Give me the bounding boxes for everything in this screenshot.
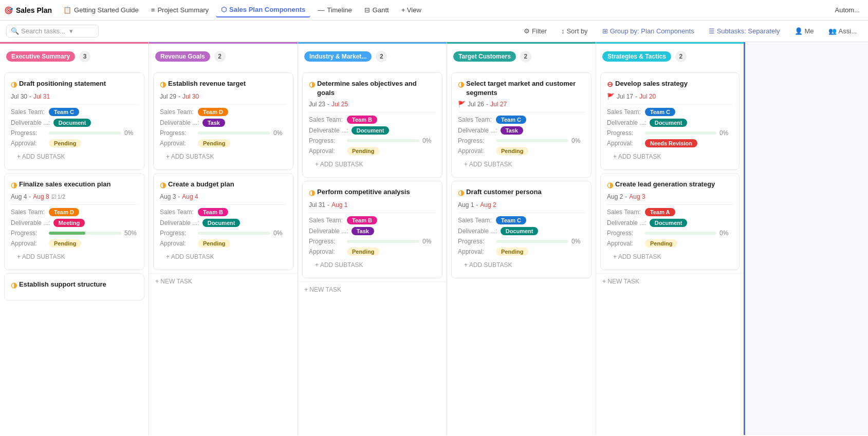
team-chip: Team C (49, 108, 79, 116)
new-task-button[interactable]: + NEW TASK (298, 281, 447, 297)
column-target-customers: Target Customers 2 ◑ Select target marke… (447, 42, 596, 435)
progress-row: Progress: 0% (309, 137, 436, 144)
column-header-revenue-goals: Revenue Goals 2 (149, 42, 298, 67)
field-sales-team: Sales Team: Team C (11, 108, 138, 116)
progress-bar (496, 240, 568, 243)
field-approval: Approval: Pending (458, 147, 585, 155)
add-subtask-button[interactable]: + ADD SUBTASK (458, 158, 585, 171)
column-header-target: Target Customers 2 (447, 42, 596, 67)
team-chip: Team C (496, 216, 526, 224)
column-body: ◑ Select target market and customer segm… (447, 67, 596, 435)
deliverable-chip: Document (53, 119, 91, 127)
card-select-target-market[interactable]: ◑ Select target market and customer segm… (451, 72, 592, 178)
progress-row: Progress: 0% (458, 238, 585, 245)
autom-button[interactable]: Autom... (831, 4, 864, 16)
card-determine-objectives[interactable]: ◑ Determine sales objectives and goals J… (302, 72, 442, 178)
add-subtask-button[interactable]: + ADD SUBTASK (607, 150, 733, 163)
column-badge: Executive Summary (6, 51, 75, 62)
field-deliverable: Deliverable ...: Task (160, 119, 287, 127)
add-subtask-button[interactable]: + ADD SUBTASK (11, 150, 138, 163)
card-lead-generation[interactable]: ◑ Create lead generation strategy Aug 2 … (600, 173, 740, 271)
group-by-button[interactable]: ⊞ Group by: Plan Components (597, 25, 699, 37)
progress-bar (49, 232, 121, 235)
deliverable-chip: Task (352, 227, 374, 235)
column-industry-market: Industry & Market... 2 ◑ Determine sales… (298, 42, 447, 435)
card-create-budget[interactable]: ◑ Create a budget plan Aug 3 - Aug 4 Sal… (153, 173, 293, 271)
field-approval: Approval: Pending (160, 239, 287, 248)
add-subtask-button[interactable]: + ADD SUBTASK (458, 258, 585, 272)
progress-bar (347, 240, 419, 243)
field-deliverable: Deliverable ...: Meeting (11, 219, 138, 227)
deliverable-chip: Document (202, 219, 241, 227)
team-chip: Team D (49, 208, 79, 216)
field-approval: Approval: Pending (309, 147, 436, 155)
field-sales-team: Sales Team: Team C (458, 116, 585, 124)
card-establish-support[interactable]: ◑ Establish support structure (4, 273, 144, 300)
progress-bar (198, 131, 270, 135)
column-badge: Industry & Market... (304, 51, 372, 62)
column-count: 2 (675, 51, 687, 62)
card-draft-customer-persona[interactable]: ◑ Draft customer persona Aug 1 - Aug 2 S… (451, 181, 592, 278)
progress-row: Progress: 0% (607, 230, 733, 237)
card-finalize-sales[interactable]: ◑ Finalize sales execution plan Aug 4 - … (4, 173, 144, 271)
tab-view-add[interactable]: + View (396, 3, 427, 17)
card-establish-revenue[interactable]: ◑ Establish revenue target Jul 29 - Jul … (153, 72, 293, 170)
card-competitive-analysis[interactable]: ◑ Perform competitive analysis Jul 31 - … (302, 181, 442, 278)
tab-icon: ⊟ (364, 6, 370, 14)
assignee-button[interactable]: 👥 Assi... (823, 25, 862, 37)
status-icon: ◑ (11, 80, 17, 90)
date-row: 🚩 Jul 26 - Jul 27 (458, 101, 585, 108)
tab-sales-plan-components[interactable]: ⬡ Sales Plan Components (216, 3, 310, 17)
tab-gantt[interactable]: ⊟ Gantt (359, 3, 394, 17)
add-subtask-button[interactable]: + ADD SUBTASK (11, 250, 138, 263)
add-subtask-button[interactable]: + ADD SUBTASK (160, 150, 287, 163)
new-task-button[interactable]: + NEW TASK (149, 273, 298, 289)
column-badge: Strategies & Tactics (602, 51, 671, 62)
search-box[interactable]: 🔍 Search tasks... ▾ (6, 25, 99, 37)
filter-icon: ⚙ (524, 27, 530, 35)
logo-icon: 🎯 (4, 6, 13, 14)
filter-button[interactable]: ⚙ Filter (519, 25, 552, 37)
field-sales-team: Sales Team: Team B (160, 208, 287, 216)
column-count: 2 (214, 51, 226, 62)
subtasks-button[interactable]: ☰ Subtasks: Separately (704, 25, 785, 37)
add-subtask-button[interactable]: + ADD SUBTASK (309, 258, 436, 272)
add-subtask-button[interactable]: + ADD SUBTASK (607, 250, 733, 263)
deliverable-chip: Task (202, 119, 225, 127)
field-sales-team: Sales Team: Team D (160, 108, 287, 116)
field-deliverable: Deliverable ...: Document (160, 219, 287, 227)
progress-row: Progress: 0% (160, 230, 287, 237)
deliverable-chip: Document (352, 126, 390, 135)
date-row: 🚩 Jul 17 - Jul 20 (607, 93, 733, 100)
tab-icon: ≡ (151, 6, 155, 14)
progress-bar (496, 139, 568, 142)
status-icon: ◑ (458, 188, 464, 198)
status-icon: ◑ (607, 180, 613, 191)
column-body: ◑ Establish revenue target Jul 29 - Jul … (149, 67, 298, 435)
field-deliverable: Deliverable ...: Document (458, 227, 585, 235)
field-approval: Approval: Pending (607, 239, 733, 248)
card-develop-sales-strategy[interactable]: ⊖ Develop sales strategy 🚩 Jul 17 - Jul … (600, 72, 740, 170)
team-chip: Team C (645, 108, 675, 116)
field-deliverable: Deliverable ...: Task (309, 227, 436, 235)
add-subtask-button[interactable]: + ADD SUBTASK (160, 250, 287, 263)
sort-button[interactable]: ↕ Sort by (556, 25, 593, 37)
me-button[interactable]: 👤 Me (789, 25, 819, 37)
group-icon: ⊞ (602, 27, 608, 35)
field-sales-team: Sales Team: Team A (607, 208, 733, 216)
approval-chip: Pending (347, 147, 379, 155)
progress-bar (198, 232, 270, 235)
new-task-button[interactable]: + NEW TASK (596, 273, 744, 289)
tab-project-summary[interactable]: ≡ Project Summary (146, 3, 214, 17)
progress-fill (49, 232, 85, 235)
add-subtask-button[interactable]: + ADD SUBTASK (309, 158, 436, 171)
tab-getting-started[interactable]: 📋 Getting Started Guide (58, 3, 144, 17)
card-draft-positioning[interactable]: ◑ Draft positioning statement Jul 30 - J… (4, 72, 144, 170)
date-row: Jul 29 - Jul 30 (160, 93, 287, 100)
approval-chip: Pending (347, 248, 379, 256)
field-approval: Approval: Pending (458, 248, 585, 256)
tab-timeline[interactable]: — Timeline (312, 3, 357, 17)
tab-icon: ⬡ (221, 6, 227, 13)
progress-row: Progress: 0% (160, 129, 287, 137)
card-title: ◑ Finalize sales execution plan (11, 180, 138, 191)
